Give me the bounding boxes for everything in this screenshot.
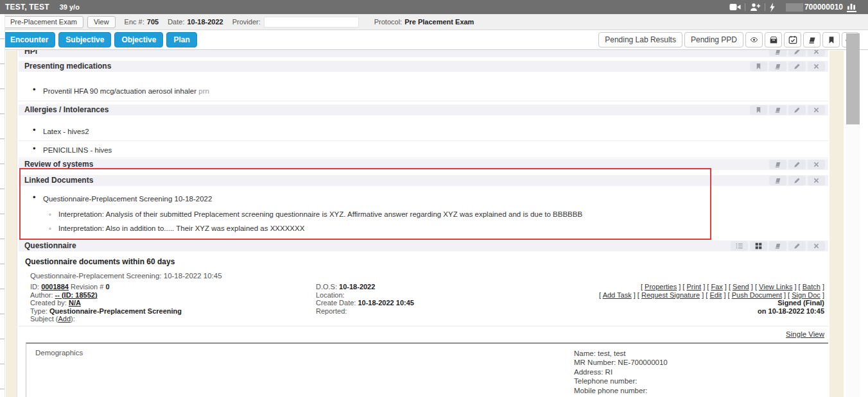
book-icon[interactable] [769, 50, 786, 56]
book-icon[interactable] [769, 241, 786, 251]
edit-pencil-icon[interactable] [788, 241, 806, 251]
batch-link[interactable]: Batch [803, 283, 820, 291]
bookmark-icon[interactable] [750, 105, 767, 115]
linked-document-list: Questionnaire-Preplacement Screening 10-… [19, 186, 828, 235]
close-icon[interactable] [808, 50, 825, 56]
document-info-middle: D.O.S: 10-18-2022 Location: Create Date:… [316, 283, 592, 323]
view-button[interactable]: View [87, 16, 116, 28]
created-by-link[interactable]: N/A [69, 299, 81, 307]
edit-pencil-icon[interactable] [788, 160, 806, 169]
book-icon[interactable] [769, 160, 786, 169]
section-header-allergies: Allergies / Intolerances [19, 105, 828, 115]
plan-tab-button[interactable]: Plan [166, 32, 196, 47]
allergy-list: Latex - hives2 PENICILLINS - hives [19, 115, 828, 158]
create-date-label: Create Date: [316, 299, 356, 307]
edit-pencil-icon[interactable] [788, 176, 806, 185]
demographics-field: MR Number: NE-700000010 [574, 358, 668, 367]
list-view-icon[interactable] [731, 241, 748, 251]
close-icon[interactable] [808, 241, 825, 251]
reported-label: Reported: [316, 307, 347, 315]
edit-pencil-icon[interactable] [788, 105, 806, 115]
single-view-row: Single View [17, 326, 829, 342]
date-label: Date: [168, 18, 184, 26]
medication-item: Proventil HFA 90 mcg/actuation aerosol i… [19, 72, 828, 101]
calendar-check-icon[interactable] [784, 32, 801, 47]
edit-pencil-icon[interactable] [788, 50, 806, 56]
close-icon[interactable] [808, 62, 825, 71]
divider [745, 3, 745, 11]
edit-pencil-icon[interactable] [788, 62, 806, 71]
print-link[interactable]: Print [686, 283, 701, 291]
fax-link[interactable]: Fax [711, 283, 722, 291]
date-value: 10-18-2022 [187, 18, 223, 26]
type-value: Questionnaire-Preplacement Screening [49, 307, 182, 315]
author-label: Author: [30, 291, 53, 299]
book-icon[interactable] [769, 62, 786, 71]
enc-number-value: 705 [147, 18, 159, 26]
author-link[interactable]: -- (ID: 18552) [55, 291, 98, 299]
push-document-link[interactable]: Push Document [732, 291, 782, 299]
allergy-item: PENICILLINS - hives [19, 141, 828, 158]
edit-link[interactable]: Edit [709, 291, 722, 299]
pending-lab-results-button[interactable]: Pending Lab Results [598, 32, 682, 47]
book-icon[interactable] [803, 32, 820, 47]
protocol-label: Protocol: [374, 18, 402, 26]
close-icon[interactable] [808, 176, 825, 185]
add-task-link[interactable]: Add Task [603, 291, 632, 299]
section-header-hpi: HPI [19, 50, 828, 57]
grid-view-icon[interactable] [750, 241, 767, 251]
pre-placement-exam-button[interactable]: Pre-Placement Exam [4, 16, 83, 28]
subject-add-link[interactable]: Add [58, 315, 71, 323]
left-margin-strip [6, 51, 17, 397]
patient-name: TEST, TEST [5, 3, 49, 12]
bookmark-icon[interactable] [750, 62, 767, 71]
medication-list: Proventil HFA 90 mcg/actuation aerosol i… [19, 72, 828, 101]
demographics-fields: Name: test, test MR Number: NE-700000010… [574, 349, 668, 397]
account-number: 700000010 [804, 3, 843, 12]
add-person-icon[interactable] [749, 3, 761, 12]
section-header-questionnaire: Questionnaire [19, 241, 828, 251]
bookmark-icon[interactable] [822, 32, 840, 47]
book-icon[interactable] [769, 176, 786, 185]
provider-input[interactable] [264, 17, 359, 28]
revision-value: 0 [105, 283, 109, 291]
close-icon[interactable] [808, 105, 825, 115]
created-by-label: Created by: [30, 299, 67, 307]
view-links-link[interactable]: View Links [759, 283, 792, 291]
interpretation-item: Interpretation: Also in addition to.....… [19, 219, 828, 235]
sign-doc-link[interactable]: Sign Doc [792, 291, 820, 299]
questionnaire-subtitle: Questionnaire documents within 60 days [25, 257, 829, 266]
signed-status: Signed (Final) [592, 299, 824, 307]
book-icon[interactable] [769, 105, 786, 115]
provider-label: Provider: [232, 18, 261, 26]
close-icon[interactable] [808, 160, 825, 169]
send-link[interactable]: Send [733, 283, 749, 291]
allergy-item: Latex - hives2 [19, 115, 828, 141]
properties-link[interactable]: Properties [645, 283, 677, 291]
type-label: Type: [30, 307, 48, 315]
single-view-link[interactable]: Single View [786, 330, 824, 338]
video-camera-icon[interactable] [729, 3, 741, 11]
dos-value: 10-18-2022 [339, 283, 375, 291]
demographics-field: Name: test, test [574, 349, 668, 359]
eye-icon[interactable] [745, 32, 763, 47]
document-info-panel: ID: 0001884 Revision # 0 Author: -- (ID:… [30, 283, 824, 323]
subjective-tab-button[interactable]: Subjective [58, 32, 111, 47]
demographics-field: Telephone number: [574, 376, 668, 386]
archive-box-icon[interactable] [765, 32, 782, 47]
document-id-link[interactable]: 0001884 [41, 283, 69, 291]
subject-label: Subject [30, 315, 54, 323]
questionnaire-document-heading: Questionnaire-Preplacement Screening: 10… [30, 272, 829, 280]
pending-ppd-button[interactable]: Pending PPD [684, 32, 743, 47]
demographics-field: Mobile phone number: [574, 386, 668, 396]
toolbar-right-cluster: Pending Lab Results Pending PPD [596, 32, 859, 47]
objective-tab-button[interactable]: Objective [114, 32, 163, 47]
protocol-value: Pre Placement Exam [404, 18, 474, 26]
bar-chart-icon[interactable] [847, 3, 856, 12]
left-ruler-gutter [0, 14, 5, 397]
request-signature-link[interactable]: Request Signature [641, 291, 700, 299]
scrollbar-thumb[interactable] [846, 33, 860, 124]
encounter-tab-button[interactable]: Encounter [3, 32, 55, 47]
linked-document-item: Questionnaire-Preplacement Screening 10-… [19, 186, 828, 205]
lightning-icon[interactable] [769, 3, 776, 12]
